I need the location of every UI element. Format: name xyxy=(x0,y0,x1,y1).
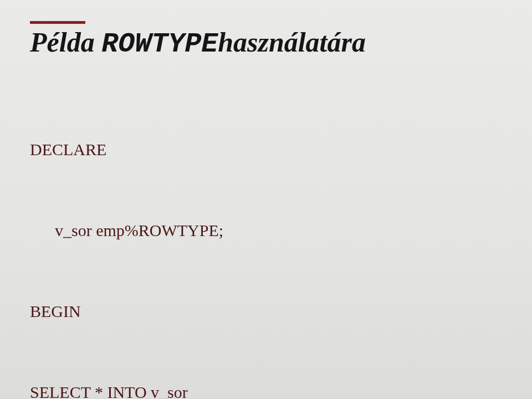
title-word-1: Példa xyxy=(30,27,101,58)
code-line: SELECT * INTO v_sor xyxy=(30,379,502,399)
slide: Példa ROWTYPEhasználatára DECLARE v_sor … xyxy=(0,0,532,399)
code-line: v_sor emp%ROWTYPE; xyxy=(30,217,502,244)
title-rule xyxy=(30,21,85,24)
code-line: BEGIN xyxy=(30,298,502,325)
title-word-2: használatára xyxy=(218,27,366,58)
code-block: DECLARE v_sor emp%ROWTYPE; BEGIN SELECT … xyxy=(30,83,502,399)
title-block: Példa ROWTYPEhasználatára xyxy=(30,21,502,59)
code-line: DECLARE xyxy=(30,136,502,163)
slide-title: Példa ROWTYPEhasználatára xyxy=(30,27,502,59)
title-rowtype: ROWTYPE xyxy=(101,28,218,60)
